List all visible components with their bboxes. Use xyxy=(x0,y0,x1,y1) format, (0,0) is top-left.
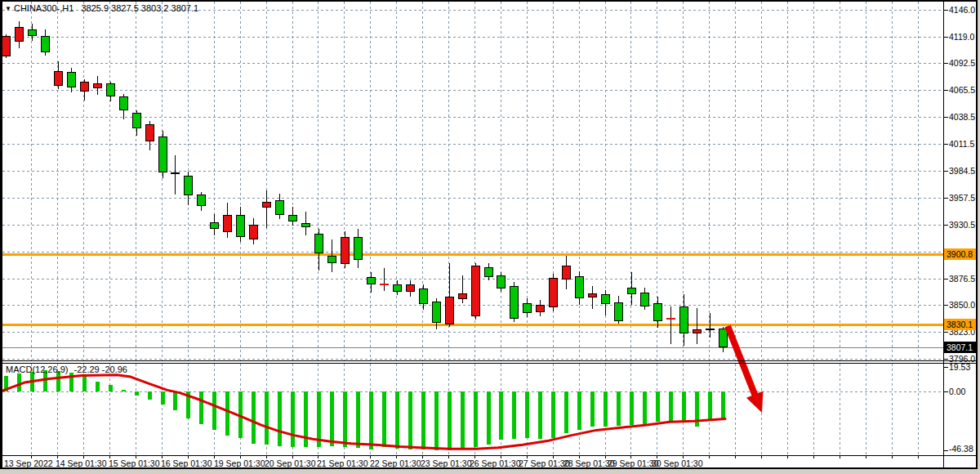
gridline-horizontal xyxy=(2,144,943,145)
macd-histogram-bar xyxy=(304,391,308,447)
candle-down xyxy=(380,284,389,285)
macd-histogram-bar xyxy=(656,391,660,422)
gridline-vertical xyxy=(787,364,788,454)
candle-down xyxy=(262,202,271,208)
macd-histogram-bar xyxy=(474,391,478,447)
symbol-period-label: CHINA300-,H1 xyxy=(14,3,74,13)
gridline-vertical xyxy=(214,2,215,360)
macd-histogram-bar xyxy=(708,391,712,421)
candle-wick xyxy=(175,155,176,195)
gridline-horizontal xyxy=(2,63,943,64)
gridline-horizontal xyxy=(2,171,943,172)
candle-down xyxy=(341,237,350,264)
macd-histogram-bar xyxy=(122,390,126,391)
candle-up xyxy=(484,267,493,277)
gridline-vertical xyxy=(579,2,580,360)
price-level-line[interactable] xyxy=(2,253,943,256)
candle-up xyxy=(184,176,193,195)
gridline-horizontal xyxy=(2,252,943,253)
candle-doji xyxy=(706,329,715,330)
macd-name: MACD(12,26,9) xyxy=(6,364,68,374)
candle-up xyxy=(327,256,336,263)
macd-histogram-bar xyxy=(291,391,295,447)
price-axis-label: 3850.0 xyxy=(949,300,975,310)
macd-histogram-bar xyxy=(551,391,555,438)
macd-histogram-bar xyxy=(434,391,439,450)
gridline-vertical xyxy=(735,2,736,360)
current-price-badge: 3807.1 xyxy=(944,342,977,353)
gridline-vertical xyxy=(918,364,919,454)
gridline-vertical xyxy=(344,2,345,360)
price-level-line[interactable] xyxy=(2,324,943,326)
macd-histogram-bar xyxy=(186,391,190,418)
gridline-vertical xyxy=(83,2,84,360)
gridline-vertical xyxy=(813,2,814,360)
candle-up xyxy=(719,329,728,347)
candle-up xyxy=(158,136,167,172)
gridline-vertical xyxy=(240,2,241,360)
candle-down xyxy=(80,82,89,92)
candle-up xyxy=(510,286,519,319)
macd-histogram-bar xyxy=(96,382,100,391)
indicator-label: MACD(12,26,9) -22.29 -20.96 xyxy=(6,364,127,374)
window-border-top xyxy=(0,0,978,2)
price-axis-label: 4092.5 xyxy=(949,58,975,68)
macd-histogram-bar xyxy=(161,391,165,405)
macd-histogram-bar xyxy=(538,391,542,439)
candle-up xyxy=(523,303,532,313)
candle-up xyxy=(119,96,128,110)
price-axis-label: 4119.0 xyxy=(949,32,974,42)
macd-histogram-bar xyxy=(577,391,581,430)
macd-histogram-bar xyxy=(682,391,686,422)
macd-histogram-bar xyxy=(617,391,621,426)
macd-histogram-bar xyxy=(69,373,74,391)
gridline-vertical xyxy=(318,2,318,360)
candle-up xyxy=(432,302,441,323)
macd-histogram-bar xyxy=(695,391,699,427)
ohlc-values: 3825.9 3827.5 3803.2 3807.1 xyxy=(81,3,198,13)
price-axis-label: 4065.5 xyxy=(949,85,975,95)
macd-histogram-bar xyxy=(669,391,673,421)
gridline-vertical xyxy=(57,2,58,360)
chart-canvas[interactable]: 4146.04119.04092.54065.54038.54011.53984… xyxy=(0,0,978,469)
macd-histogram-bar xyxy=(173,391,177,410)
macd-histogram-bar xyxy=(461,391,465,449)
gridline-vertical xyxy=(109,2,110,360)
panel-separator-line[interactable] xyxy=(0,363,978,364)
candle-up xyxy=(236,215,245,237)
symbol-dropdown-icon[interactable]: ▼ xyxy=(5,5,11,12)
macd-histogram-bar xyxy=(199,391,203,424)
gridline-vertical xyxy=(892,364,893,454)
price-axis-label: 4038.5 xyxy=(949,112,975,122)
candle-up xyxy=(354,237,363,260)
price-axis-label: 4011.5 xyxy=(949,139,974,149)
price-axis-label: 3876.5 xyxy=(949,274,975,284)
macd-histogram-bar xyxy=(17,373,21,391)
gridline-vertical xyxy=(709,2,710,360)
macd-histogram-bar xyxy=(343,391,347,447)
gridline-vertical xyxy=(109,364,110,454)
gridline-horizontal xyxy=(2,225,943,226)
gridline-horizontal xyxy=(2,332,943,333)
candle-wick xyxy=(697,308,697,344)
gridline-vertical xyxy=(761,364,762,454)
candle-down xyxy=(666,318,675,320)
chart-title: ▼ CHINA300-,H1 3825.9 3827.5 3803.2 3807… xyxy=(5,3,198,14)
candle-up xyxy=(497,275,506,288)
macd-histogram-bar xyxy=(395,391,399,449)
candle-up xyxy=(627,288,636,294)
panel-separator-line[interactable] xyxy=(0,360,978,361)
price-axis-label: 4146.0 xyxy=(949,5,975,15)
candle-down xyxy=(249,225,258,239)
candle-up xyxy=(288,215,297,221)
macd-histogram-bar xyxy=(421,391,425,449)
macd-histogram-bar xyxy=(82,375,87,391)
gridline-vertical xyxy=(396,2,397,360)
window-border-left xyxy=(0,0,2,469)
macd-histogram-bar xyxy=(525,391,529,438)
macd-histogram-bar xyxy=(487,391,491,445)
macd-histogram-bar xyxy=(448,391,452,450)
indicator-axis-label: -46.38 xyxy=(949,444,973,454)
candle-down xyxy=(223,215,232,232)
window-border-bottom xyxy=(0,467,978,469)
